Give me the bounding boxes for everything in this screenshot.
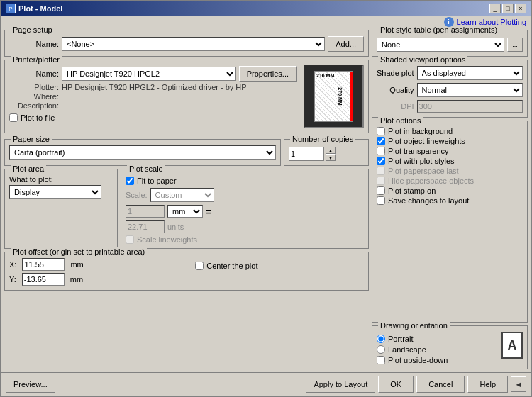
plot-area-group: Plot area What to plot: Display	[4, 169, 118, 249]
paper-size-label: Paper size	[11, 135, 52, 143]
add-button[interactable]: Add...	[328, 36, 364, 52]
ok-button[interactable]: OK	[378, 376, 414, 393]
preview-dim2: 279 MM	[338, 87, 343, 105]
y-label: Y:	[9, 275, 16, 284]
landscape-label: Landscape	[388, 345, 426, 354]
opt-save-changes-label: Save changes to layout	[388, 196, 469, 205]
opt-background-label: Plot in background	[388, 127, 453, 135]
plot-area-label: Plot area	[11, 164, 46, 173]
plot-to-file-label: Plot to file	[21, 113, 55, 122]
info-icon: i	[444, 17, 454, 27]
opt-background-check[interactable]	[377, 127, 385, 135]
opt-transparency: Plot transparency	[377, 147, 523, 155]
fit-to-paper-check[interactable]	[126, 177, 134, 185]
copies-down-button[interactable]: ▼	[326, 154, 336, 161]
cancel-button[interactable]: Cancel	[416, 376, 465, 393]
orientation-group: Drawing orientation Portrait Landscape	[372, 325, 528, 369]
copies-input[interactable]	[289, 147, 324, 161]
viewport-group: Shaded viewport options Shade plot As di…	[372, 60, 528, 118]
opt-background: Plot in background	[377, 127, 523, 135]
opt-save-changes-check[interactable]	[377, 196, 385, 205]
portrait-radio[interactable]	[377, 335, 385, 343]
window-title: Plot - Model	[18, 4, 62, 13]
page-setup-select[interactable]: <None>	[62, 37, 325, 51]
title-bar: P Plot - Model _ □ ×	[1, 1, 531, 16]
orientation-label: Drawing orientation	[378, 321, 450, 330]
scale-select[interactable]: Custom	[150, 188, 214, 202]
center-plot-check[interactable]	[195, 262, 204, 270]
page-setup-label: Page setup	[11, 27, 55, 34]
quality-select[interactable]: Normal	[417, 83, 523, 97]
x-mm: mm	[70, 260, 83, 269]
scale-lineweights-check[interactable]	[126, 235, 134, 244]
plotter-value: HP Designjet T920 HPGL2 - Optimized driv…	[62, 83, 247, 91]
opt-transparency-label: Plot transparency	[388, 147, 449, 155]
close-button[interactable]: ×	[515, 4, 526, 13]
dpi-label: DPI	[377, 102, 414, 111]
properties-button[interactable]: Properties...	[239, 66, 297, 82]
what-to-plot-select[interactable]: Display	[9, 185, 101, 199]
opt-plot-stamp-check[interactable]	[377, 186, 385, 195]
upside-down-check[interactable]	[377, 356, 385, 364]
paper-size-group: Paper size Carta (portrait)	[4, 139, 281, 166]
quality-label: Quality	[377, 86, 414, 94]
plot-scale-group: Plot scale Fit to paper Scale: Custom	[121, 169, 369, 249]
opt-lineweights-check[interactable]	[377, 137, 385, 145]
opt-lineweights: Plot object lineweights	[377, 137, 523, 145]
style-table-select[interactable]: None	[377, 38, 504, 52]
opt-hide-paperspace-check[interactable]	[377, 177, 385, 185]
copies-group: Number of copies ▲ ▼	[284, 139, 369, 166]
apply-to-layout-button[interactable]: Apply to Layout	[306, 376, 375, 393]
plot-options-group: Plot options Plot in background Plot obj…	[372, 121, 528, 323]
paper-size-select[interactable]: Carta (portrait)	[9, 145, 276, 160]
style-table-label: Plot style table (pen assignments)	[378, 27, 499, 34]
plot-offset-group: Plot offset (origin set to printable are…	[4, 252, 369, 291]
what-to-plot-label: What to plot:	[9, 175, 113, 184]
minimize-button[interactable]: _	[489, 4, 501, 13]
style-table-btn[interactable]: ...	[507, 38, 523, 52]
shade-plot-select[interactable]: As displayed	[417, 66, 523, 80]
orientation-icon: A	[501, 332, 523, 359]
opt-plot-styles-check[interactable]	[377, 157, 385, 165]
y-mm: mm	[70, 275, 83, 284]
copies-up-button[interactable]: ▲	[326, 147, 336, 154]
scale-label-text: Scale:	[126, 191, 148, 199]
bottom-bar: Preview... Apply to Layout OK Cancel Hel…	[1, 372, 531, 396]
opt-lineweights-label: Plot object lineweights	[388, 137, 465, 145]
viewport-label: Shaded viewport options	[378, 55, 467, 64]
plot-to-file-check[interactable]	[9, 113, 18, 122]
opt-paperspace-last: Plot paperspace last	[377, 167, 523, 175]
copies-label: Number of copies	[290, 135, 355, 143]
x-label: X:	[9, 260, 16, 269]
help-button[interactable]: Help	[467, 376, 508, 393]
opt-plot-styles-label: Plot with plot styles	[388, 157, 455, 165]
dpi-value: 300	[417, 100, 523, 113]
opt-paperspace-last-check[interactable]	[377, 167, 385, 175]
preview-dim1: 216 MM	[316, 73, 334, 78]
style-table-group: Plot style table (pen assignments) None …	[372, 30, 528, 57]
x-input[interactable]	[22, 258, 65, 271]
printer-select[interactable]: HP Designjet T920 HPGL2	[62, 67, 236, 81]
maximize-button[interactable]: □	[502, 4, 514, 13]
center-plot-label: Center the plot	[206, 262, 257, 270]
preview-button[interactable]: Preview...	[6, 376, 55, 393]
scale-val1-input[interactable]	[126, 205, 165, 218]
scale-val2-input[interactable]	[126, 220, 165, 233]
landscape-radio[interactable]	[377, 345, 385, 354]
y-input[interactable]	[22, 273, 65, 286]
opt-transparency-check[interactable]	[377, 147, 385, 155]
learn-link[interactable]: Learn about Plotting	[457, 18, 526, 26]
opt-plot-stamp-label: Plot stamp on	[388, 186, 436, 195]
portrait-label: Portrait	[388, 335, 413, 343]
name-label: Name:	[9, 40, 59, 48]
units-select[interactable]: mm	[167, 205, 203, 218]
opt-plot-styles: Plot with plot styles	[377, 157, 523, 165]
units-label-text: units	[167, 223, 184, 231]
page-setup-group: Page setup Name: <None> Add...	[4, 30, 369, 57]
where-label: Where:	[9, 92, 59, 101]
printer-group: Printer/plotter Name: HP Designjet T920 …	[4, 60, 369, 133]
nav-button[interactable]: ◄	[511, 376, 526, 392]
plot-dialog: P Plot - Model _ □ × i Learn about Plott…	[0, 0, 532, 397]
plotter-label: Plotter:	[9, 83, 59, 91]
plot-options-label: Plot options	[378, 116, 423, 125]
